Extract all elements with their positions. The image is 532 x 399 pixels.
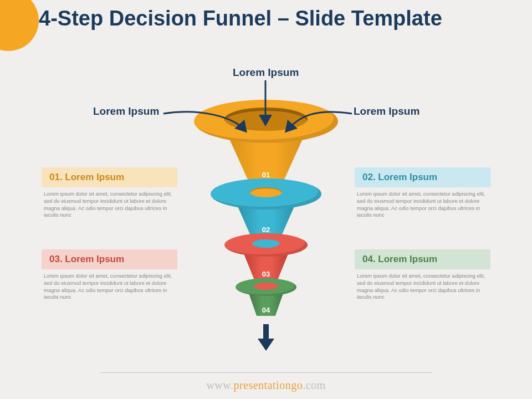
callout-body: Lorem ipsum dolor sit amet, consectetur … <box>42 187 177 219</box>
segment-number: 03 <box>262 270 270 278</box>
funnel-segment-1: 01 <box>194 100 338 183</box>
funnel-segment-2: 02 <box>194 178 338 237</box>
callout-body: Lorem ipsum dolor sit amet, consectetur … <box>42 269 177 301</box>
callout-1: 01. Lorem Ipsum Lorem ipsum dolor sit am… <box>42 167 177 219</box>
callout-heading: 02. Lorem Ipsum <box>355 167 490 187</box>
callout-2: 02. Lorem Ipsum Lorem ipsum dolor sit am… <box>355 167 490 219</box>
footer-divider <box>100 372 432 373</box>
callout-heading: 01. Lorem Ipsum <box>42 167 177 187</box>
funnel-graphic: 01 02 03 04 <box>194 100 338 318</box>
output-arrow-icon <box>257 324 275 352</box>
input-label-right: Lorem Ipsum <box>354 105 420 117</box>
callout-4: 04. Lorem Ipsum Lorem ipsum dolor sit am… <box>355 249 490 301</box>
callout-3: 03. Lorem Ipsum Lorem ipsum dolor sit am… <box>42 249 177 301</box>
footer-url: www.presentationgo.com <box>0 379 532 392</box>
callout-heading: 04. Lorem Ipsum <box>355 249 490 269</box>
segment-number: 02 <box>262 226 270 234</box>
callout-body: Lorem ipsum dolor sit amet, consectetur … <box>355 269 490 301</box>
slide-title: 4-Step Decision Funnel – Slide Template <box>39 7 442 31</box>
segment-number: 01 <box>262 171 270 179</box>
callout-heading: 03. Lorem Ipsum <box>42 249 177 269</box>
funnel-segment-4: 04 <box>194 278 338 318</box>
segment-number: 04 <box>262 306 270 314</box>
brand-circle <box>0 0 39 51</box>
funnel-segment-3: 03 <box>194 233 338 280</box>
callout-body: Lorem ipsum dolor sit amet, consectetur … <box>355 187 490 219</box>
footer-mid: presentationgo <box>233 379 303 391</box>
input-label-top: Lorem Ipsum <box>233 66 299 79</box>
input-label-left: Lorem Ipsum <box>93 105 159 117</box>
footer-prefix: www. <box>206 379 233 391</box>
footer-suffix: .com <box>303 379 325 391</box>
